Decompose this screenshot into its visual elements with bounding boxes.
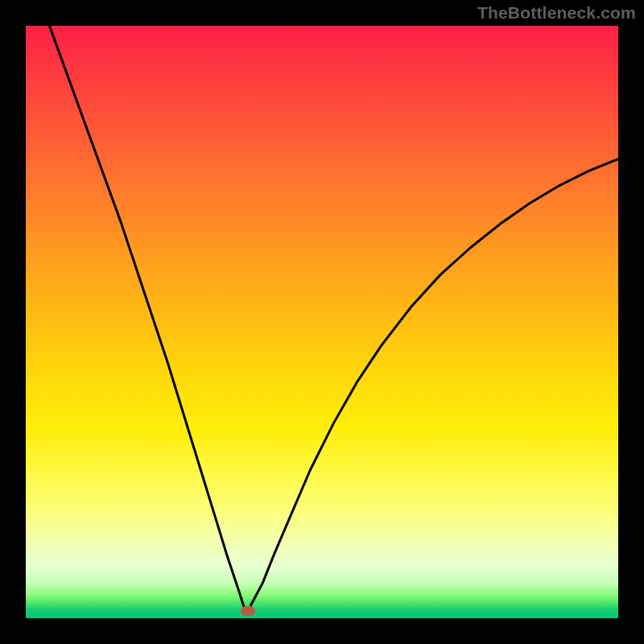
minimum-marker xyxy=(241,606,255,616)
plot-area xyxy=(26,26,618,618)
bottleneck-curve xyxy=(26,26,618,618)
watermark-text: TheBottleneck.com xyxy=(477,3,636,23)
chart-frame: TheBottleneck.com xyxy=(0,0,644,644)
